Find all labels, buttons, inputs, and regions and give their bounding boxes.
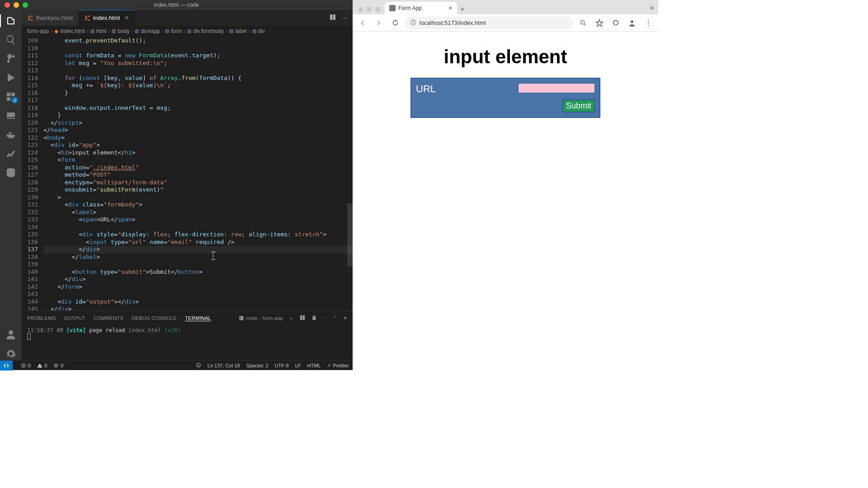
panel-tab-terminal[interactable]: TERMINAL: [185, 315, 211, 321]
maximize-window-icon[interactable]: [375, 7, 380, 12]
minimize-window-icon[interactable]: [367, 7, 372, 12]
svg-point-6: [581, 20, 585, 24]
close-tab-icon[interactable]: ✕: [124, 14, 129, 21]
zoom-icon[interactable]: [577, 17, 590, 29]
remote-explorer-icon[interactable]: [5, 109, 17, 122]
minimize-window-icon[interactable]: [14, 2, 19, 8]
menu-icon[interactable]: ⋮: [642, 17, 655, 29]
panel-tab-comments[interactable]: COMMENTS: [94, 315, 124, 321]
line-gutter: 1091101111121131141151161171181191201211…: [22, 36, 43, 310]
svg-point-5: [199, 364, 199, 365]
browser-window-controls: [356, 7, 385, 14]
page-title: input element: [366, 46, 645, 68]
panel-more-icon[interactable]: ⋯: [323, 315, 328, 321]
vscode-window: index.html — code 2: [0, 0, 353, 370]
status-ports[interactable]: 0: [53, 363, 63, 368]
status-errors[interactable]: 0: [21, 363, 31, 368]
tab-index[interactable]: index.html ✕: [79, 10, 135, 26]
run-debug-icon[interactable]: [5, 71, 17, 84]
close-window-icon[interactable]: [358, 7, 363, 12]
bottom-panel: PROBLEMS OUTPUT COMMENTS DEBUG CONSOLE T…: [22, 310, 353, 360]
code-editor[interactable]: 1091101111121131141151161171181191201211…: [22, 36, 353, 310]
maximize-window-icon[interactable]: [23, 2, 28, 8]
settings-gear-icon[interactable]: [5, 347, 17, 360]
favicon-icon: [389, 5, 396, 11]
browser-tab-title: Form App: [398, 5, 422, 11]
close-tab-icon[interactable]: ✕: [448, 5, 453, 11]
source-control-icon[interactable]: [5, 52, 17, 65]
back-button[interactable]: [356, 17, 369, 29]
account-icon[interactable]: [5, 328, 17, 341]
status-warnings[interactable]: 0: [37, 363, 47, 368]
submit-button[interactable]: Submit: [562, 99, 595, 113]
status-cursor[interactable]: Ln 137, Col 19: [208, 363, 240, 368]
maximize-panel-icon[interactable]: ⌃: [333, 315, 337, 321]
window-controls: [0, 2, 28, 8]
bookmark-icon[interactable]: [593, 17, 606, 29]
panel-tab-problems[interactable]: PROBLEMS: [27, 315, 56, 321]
browser-tabstrip: Form App ✕ ＋ »: [353, 0, 658, 14]
url-text: localhost:5173/index.html: [420, 19, 486, 26]
browser-toolbar: ⓘ localhost:5173/index.html ⋮: [353, 14, 658, 32]
panel-tabs: PROBLEMS OUTPUT COMMENTS DEBUG CONSOLE T…: [22, 311, 353, 325]
terminal-cursor: [27, 333, 31, 340]
forward-button[interactable]: [373, 17, 385, 29]
database-icon[interactable]: [5, 166, 17, 179]
graph-icon[interactable]: [5, 147, 17, 160]
status-spaces[interactable]: Spaces: 2: [246, 363, 269, 368]
remote-indicator-icon[interactable]: [0, 361, 13, 371]
page-content: input element URL Submit: [353, 32, 658, 370]
status-encoding[interactable]: UTF-8: [275, 363, 289, 368]
reload-button[interactable]: [389, 17, 401, 29]
more-actions-icon[interactable]: ⋯: [342, 15, 347, 21]
status-eol[interactable]: LF: [295, 363, 301, 368]
terminal-output[interactable]: 11:58:37 AM [vite] page reload index.htm…: [22, 325, 353, 360]
svg-point-1: [56, 365, 57, 366]
browser-expand-icon[interactable]: »: [645, 4, 658, 14]
browser-tab[interactable]: Form App ✕: [385, 2, 457, 14]
profile-icon[interactable]: [626, 17, 638, 29]
status-language[interactable]: HTML: [307, 363, 321, 368]
tab-label: index.html: [93, 14, 120, 21]
site-info-icon[interactable]: ⓘ: [410, 19, 416, 27]
scrollbar-thumb[interactable]: [347, 203, 353, 267]
url-input[interactable]: [518, 83, 595, 93]
explorer-icon[interactable]: [5, 14, 17, 27]
form-card: URL Submit: [410, 78, 600, 118]
close-panel-icon[interactable]: ✕: [343, 315, 347, 321]
activity-bar: 2: [0, 10, 22, 360]
split-terminal-icon[interactable]: [299, 314, 306, 322]
svg-point-3: [197, 363, 201, 367]
extensions-icon[interactable]: [609, 17, 622, 29]
extensions-badge: 2: [12, 97, 18, 103]
vscode-titlebar: index.html — code: [0, 0, 353, 10]
panel-tab-debug[interactable]: DEBUG CONSOLE: [132, 315, 177, 321]
panel-tab-output[interactable]: OUTPUT: [64, 315, 85, 321]
kill-terminal-icon[interactable]: [311, 314, 317, 322]
new-tab-button[interactable]: ＋: [457, 4, 468, 14]
split-editor-icon[interactable]: [329, 14, 336, 22]
breadcrumbs[interactable]: form-app› ◆index.html› ▧html› ▧body› ▧di…: [22, 26, 353, 36]
status-bar: 0 0 0 Ln 137, Col 19 Spaces: 2 UTF-8 LF …: [0, 360, 353, 370]
extensions-icon[interactable]: 2: [5, 90, 17, 103]
tab-label: thankyou.html: [36, 14, 73, 21]
window-title: index.html — code: [154, 2, 198, 8]
editor-tabs: thankyou.html index.html ✕ ⋯: [22, 10, 353, 26]
address-bar[interactable]: ⓘ localhost:5173/index.html: [405, 17, 573, 29]
tab-thankyou[interactable]: thankyou.html: [22, 10, 79, 26]
search-icon[interactable]: [5, 33, 17, 46]
new-terminal-icon[interactable]: ＋: [289, 315, 294, 322]
code-content[interactable]: event.preventDefault(); const formData =…: [43, 36, 353, 310]
docker-icon[interactable]: [5, 128, 17, 141]
svg-point-7: [631, 20, 633, 23]
browser-window: Form App ✕ ＋ » ⓘ localhost:5173/index.ht…: [353, 0, 658, 370]
svg-point-4: [198, 364, 198, 365]
terminal-task-label[interactable]: node - form-app: [239, 315, 283, 321]
status-feedback-icon[interactable]: [196, 362, 201, 369]
close-window-icon[interactable]: [5, 2, 10, 8]
status-prettier[interactable]: ✓ Prettier: [327, 362, 349, 368]
url-label: URL: [416, 83, 436, 95]
